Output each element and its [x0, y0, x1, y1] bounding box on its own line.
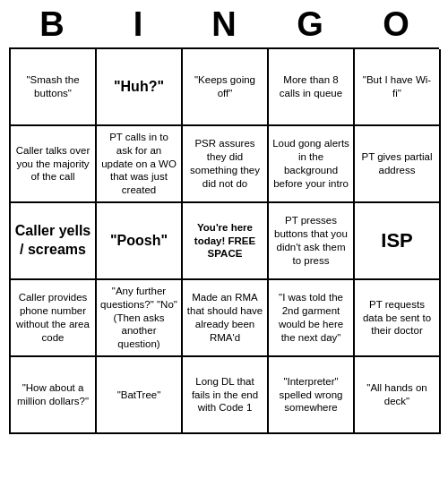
bingo-cell-14[interactable]: ISP: [355, 203, 441, 280]
bingo-cell-6[interactable]: PT calls in to ask for an update on a WO…: [97, 126, 183, 203]
bingo-cell-15[interactable]: Caller provides phone number without the…: [11, 280, 97, 357]
bingo-cell-20[interactable]: "How about a million dollars?": [11, 357, 97, 434]
bingo-cell-11[interactable]: "Poosh": [97, 203, 183, 280]
bingo-title: B I N G O: [9, 0, 439, 47]
bingo-cell-9[interactable]: PT gives partial address: [355, 126, 441, 203]
bingo-cell-21[interactable]: "BatTree": [97, 357, 183, 434]
bingo-cell-18[interactable]: "I was told the 2nd garment would be her…: [269, 280, 355, 357]
bingo-cell-19[interactable]: PT requests data be sent to their doctor: [355, 280, 441, 357]
bingo-cell-4[interactable]: "But I have Wi-fi": [355, 49, 441, 126]
bingo-cell-0[interactable]: "Smash the buttons": [11, 49, 97, 126]
bingo-cell-23[interactable]: "Interpreter" spelled wrong somewhere: [269, 357, 355, 434]
title-letter-n: N: [185, 5, 263, 44]
bingo-cell-1[interactable]: "Huh?": [97, 49, 183, 126]
bingo-cell-12[interactable]: You're here today! FREE SPACE: [183, 203, 269, 280]
bingo-cell-22[interactable]: Long DL that fails in the end with Code …: [183, 357, 269, 434]
bingo-cell-2[interactable]: "Keeps going off": [183, 49, 269, 126]
bingo-cell-7[interactable]: PSR assures they did something they did …: [183, 126, 269, 203]
title-letter-o: O: [357, 5, 435, 44]
bingo-cell-17[interactable]: Made an RMA that should have already bee…: [183, 280, 269, 357]
bingo-grid: "Smash the buttons""Huh?""Keeps going of…: [9, 47, 439, 434]
title-letter-g: G: [271, 5, 349, 44]
bingo-cell-10[interactable]: Caller yells / screams: [11, 203, 97, 280]
bingo-cell-24[interactable]: "All hands on deck": [355, 357, 441, 434]
bingo-cell-8[interactable]: Loud gong alerts in the background befor…: [269, 126, 355, 203]
bingo-cell-16[interactable]: "Any further questions?" "No" (Then asks…: [97, 280, 183, 357]
bingo-cell-5[interactable]: Caller talks over you the majority of th…: [11, 126, 97, 203]
title-letter-i: I: [99, 5, 177, 44]
bingo-cell-3[interactable]: More than 8 calls in queue: [269, 49, 355, 126]
title-letter-b: B: [13, 5, 91, 44]
bingo-cell-13[interactable]: PT presses buttons that you didn't ask t…: [269, 203, 355, 280]
